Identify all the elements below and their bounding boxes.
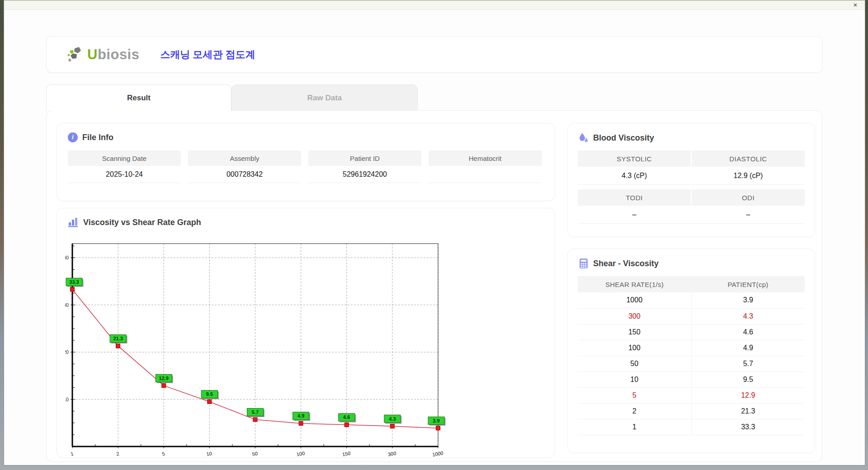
svg-text:12.9: 12.9 — [159, 376, 169, 381]
brand-text: Ubiosis — [87, 47, 139, 63]
svg-text:3.9: 3.9 — [433, 418, 439, 423]
patient-cell: 4.3 — [691, 308, 805, 324]
blood-viscosity-heading: Blood Viscosity — [568, 123, 815, 143]
patient-cell: 21.3 — [691, 403, 805, 419]
svg-text:33.3: 33.3 — [69, 279, 79, 285]
table-row: 109.5 — [578, 371, 805, 387]
svg-text:9.5: 9.5 — [206, 391, 213, 397]
graph-card: Viscosity vs Shear Rate Graph 1020304012… — [57, 208, 555, 458]
header-card: Ubiosis 스캐닝 모세관 점도계 — [46, 36, 822, 73]
todi-value: – — [578, 206, 691, 224]
patient-cell: 9.5 — [691, 371, 805, 387]
graph-title: Viscosity vs Shear Rate Graph — [83, 218, 201, 227]
field-label: Patient ID — [308, 150, 421, 166]
shear-rate-cell: 1000 — [578, 292, 691, 308]
shear-rate-cell: 1 — [578, 419, 691, 435]
brand-rest: biosis — [98, 47, 140, 62]
field-label: Assembly — [188, 150, 301, 166]
shear-rate-cell: 150 — [578, 324, 691, 340]
ubiosis-logo-mark — [66, 46, 85, 64]
table-row: 221.3 — [578, 403, 805, 419]
app-title-korean: 스캐닝 모세관 점도계 — [160, 48, 255, 61]
title-bar: × — [4, 0, 865, 10]
table-row: 512.9 — [578, 387, 805, 403]
file-info-fields: Scanning Date 2025-10-24 Assembly 000728… — [57, 142, 555, 183]
patient-cell: 4.6 — [691, 324, 805, 340]
svg-text:5: 5 — [161, 451, 165, 457]
svg-text:2: 2 — [116, 451, 119, 457]
shear-table-body: 10003.93004.31504.61004.9505.7109.5512.9… — [578, 292, 805, 435]
graph-heading: Viscosity vs Shear Rate Graph — [57, 208, 555, 227]
field-value — [429, 166, 542, 183]
field-assembly: Assembly 000728342 — [188, 150, 301, 183]
svg-text:20: 20 — [65, 349, 69, 355]
svg-text:10: 10 — [206, 451, 212, 457]
systolic-label: SYSTOLIC — [578, 150, 691, 167]
svg-text:10: 10 — [65, 397, 69, 402]
table-row: 10003.9 — [578, 292, 805, 308]
todi-label: TODI — [578, 189, 691, 206]
shear-viscosity-card: Shear - Viscosity SHEAR RATE(1/s) PATIEN… — [567, 249, 815, 453]
shear-viscosity-table: SHEAR RATE(1/s) PATIENT(cp) 10003.93004.… — [578, 276, 805, 435]
calculator-icon — [579, 258, 589, 269]
patient-column-header: PATIENT(cp) — [691, 276, 805, 292]
diastolic-label: DIASTOLIC — [692, 150, 805, 167]
blood-viscosity-card: Blood Viscosity SYSTOLIC DIASTOLIC 4.3 (… — [567, 123, 815, 237]
spacer — [578, 185, 805, 189]
patient-cell: 3.9 — [691, 292, 805, 308]
info-icon: i — [68, 132, 78, 142]
patient-cell: 12.9 — [691, 387, 805, 403]
field-value: 000728342 — [188, 166, 301, 183]
shear-rate-cell: 5 — [578, 387, 691, 403]
table-row: 1504.6 — [578, 324, 805, 340]
patient-cell: 33.3 — [691, 419, 805, 435]
svg-text:4.3: 4.3 — [389, 416, 396, 422]
field-value: 2025-10-24 — [68, 166, 181, 183]
table-row: 1004.9 — [578, 340, 805, 356]
viscosity-chart: 102030401251050100150300100033.321.312.9… — [65, 237, 458, 469]
svg-text:4.6: 4.6 — [343, 414, 350, 420]
svg-text:21.3: 21.3 — [113, 336, 123, 341]
tab-raw-data[interactable]: Raw Data — [231, 85, 418, 111]
svg-text:100: 100 — [296, 451, 305, 457]
field-label: Hematocrit — [429, 150, 542, 166]
shear-rate-cell: 300 — [578, 308, 691, 324]
svg-text:150: 150 — [342, 451, 351, 457]
field-scanning-date: Scanning Date 2025-10-24 — [68, 150, 181, 183]
shear-rate-column-header: SHEAR RATE(1/s) — [578, 276, 691, 292]
main-panel: i File Info Scanning Date 2025-10-24 Ass… — [46, 110, 822, 462]
page: Ubiosis 스캐닝 모세관 점도계 Result Raw Data i Fi… — [4, 10, 865, 465]
field-hematocrit: Hematocrit — [429, 150, 542, 183]
bar-chart-icon — [68, 217, 79, 227]
close-icon[interactable]: × — [849, 0, 862, 9]
shear-viscosity-heading: Shear - Viscosity — [568, 249, 815, 269]
table-row: 133.3 — [578, 419, 805, 435]
brand: Ubiosis — [66, 46, 139, 64]
blood-viscosity-title: Blood Viscosity — [593, 133, 654, 143]
svg-text:30: 30 — [65, 302, 69, 308]
svg-text:5.7: 5.7 — [252, 409, 259, 415]
shear-rate-cell: 50 — [578, 356, 691, 371]
shear-rate-cell: 100 — [578, 340, 691, 356]
svg-text:1000: 1000 — [432, 450, 443, 457]
svg-text:50: 50 — [252, 451, 258, 457]
systolic-value: 4.3 (cP) — [578, 167, 691, 185]
droplets-icon — [579, 132, 589, 143]
table-row: 505.7 — [578, 356, 805, 371]
table-row: 3004.3 — [578, 308, 805, 324]
file-info-heading: i File Info — [57, 123, 555, 142]
brand-u: U — [87, 47, 98, 62]
field-patient-id: Patient ID 52961924200 — [308, 150, 421, 183]
file-info-title: File Info — [82, 133, 113, 142]
shear-viscosity-title: Shear - Viscosity — [593, 259, 659, 268]
shear-rate-cell: 2 — [578, 403, 691, 419]
svg-text:4.9: 4.9 — [297, 413, 304, 418]
shear-rate-cell: 10 — [578, 371, 691, 387]
svg-text:40: 40 — [65, 255, 69, 260]
odi-label: ODI — [692, 189, 805, 206]
tab-result[interactable]: Result — [46, 85, 231, 111]
table-header-row: SHEAR RATE(1/s) PATIENT(cp) — [578, 276, 805, 292]
patient-cell: 5.7 — [691, 356, 805, 371]
file-info-card: i File Info Scanning Date 2025-10-24 Ass… — [57, 123, 555, 201]
field-label: Scanning Date — [68, 150, 181, 166]
